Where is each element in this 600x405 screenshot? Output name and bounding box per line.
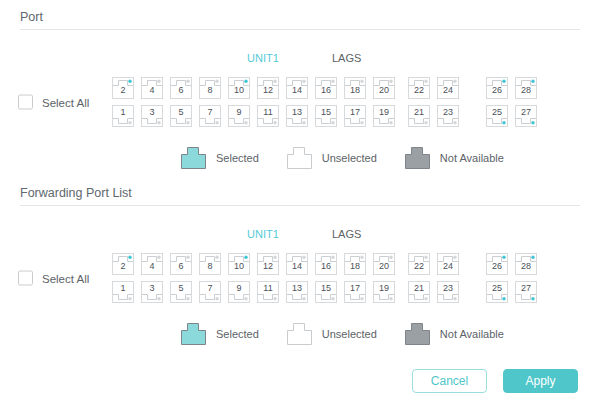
svg-text:6: 6 (178, 85, 183, 95)
port-5[interactable]: 5 (170, 281, 192, 303)
section-divider (20, 205, 580, 206)
port-9[interactable]: 9 (228, 281, 250, 303)
port-14[interactable]: 14 (286, 253, 308, 275)
legend-label: Selected (216, 328, 259, 340)
port-27[interactable]: 27 (515, 105, 537, 127)
svg-text:6: 6 (178, 261, 183, 271)
port-21[interactable]: 21 (408, 281, 430, 303)
select-all-checkbox[interactable] (18, 271, 33, 286)
legend-item-selected: Selected (180, 321, 259, 346)
port-1[interactable]: 1 (112, 105, 134, 127)
select-all[interactable]: Select All (18, 95, 89, 110)
port-23[interactable]: 23 (437, 281, 459, 303)
legend-unavailable-icon (404, 321, 431, 346)
port-22[interactable]: 22 (408, 253, 430, 275)
port-10[interactable]: 10 (228, 77, 250, 99)
svg-text:10: 10 (234, 261, 244, 271)
port-jack-icon: 11 (257, 281, 279, 303)
svg-text:8: 8 (207, 85, 212, 95)
port-1[interactable]: 1 (112, 281, 134, 303)
port-3[interactable]: 3 (141, 281, 163, 303)
port-jack-icon: 8 (199, 77, 221, 99)
port-19[interactable]: 19 (373, 105, 395, 127)
port-18[interactable]: 18 (344, 77, 366, 99)
legend-unselected-icon (286, 145, 313, 170)
port-jack-icon: 3 (141, 105, 163, 127)
port-2[interactable]: 2 (112, 77, 134, 99)
port-17[interactable]: 17 (344, 281, 366, 303)
port-13[interactable]: 13 (286, 105, 308, 127)
port-22[interactable]: 22 (408, 77, 430, 99)
port-jack-icon: 17 (344, 105, 366, 127)
port-24[interactable]: 24 (437, 253, 459, 275)
port-4[interactable]: 4 (141, 253, 163, 275)
port-2[interactable]: 2 (112, 253, 134, 275)
legend-unselected-icon (286, 321, 313, 346)
tab-unit1[interactable]: UNIT1 (247, 228, 279, 240)
port-7[interactable]: 7 (199, 281, 221, 303)
svg-text:1: 1 (120, 283, 125, 293)
port-20[interactable]: 20 (373, 253, 395, 275)
port-11[interactable]: 11 (257, 281, 279, 303)
port-18[interactable]: 18 (344, 253, 366, 275)
port-8[interactable]: 8 (199, 253, 221, 275)
section-divider (20, 29, 580, 30)
svg-text:5: 5 (178, 107, 183, 117)
port-8[interactable]: 8 (199, 77, 221, 99)
cancel-button[interactable]: Cancel (412, 369, 487, 393)
port-9[interactable]: 9 (228, 105, 250, 127)
apply-button[interactable]: Apply (503, 369, 578, 393)
port-jack-icon: 1 (112, 105, 134, 127)
select-all-label: Select All (42, 272, 89, 284)
port-5[interactable]: 5 (170, 105, 192, 127)
port-25[interactable]: 25 (486, 105, 508, 127)
svg-text:14: 14 (292, 261, 302, 271)
port-15[interactable]: 15 (315, 105, 337, 127)
port-15[interactable]: 15 (315, 281, 337, 303)
port-6[interactable]: 6 (170, 253, 192, 275)
port-28[interactable]: 28 (515, 253, 537, 275)
select-all[interactable]: Select All (18, 271, 89, 286)
port-jack-icon: 28 (515, 253, 537, 275)
port-20[interactable]: 20 (373, 77, 395, 99)
port-19[interactable]: 19 (373, 281, 395, 303)
port-25[interactable]: 25 (486, 281, 508, 303)
section-title: Forwarding Port List (20, 186, 580, 200)
port-12[interactable]: 12 (257, 77, 279, 99)
port-16[interactable]: 16 (315, 253, 337, 275)
page: Port UNIT1 LAGS Select All 2468101214161… (0, 10, 600, 346)
tab-unit1[interactable]: UNIT1 (247, 52, 279, 64)
svg-text:4: 4 (149, 261, 154, 271)
port-27[interactable]: 27 (515, 281, 537, 303)
port-jack-icon: 4 (141, 77, 163, 99)
port-21[interactable]: 21 (408, 105, 430, 127)
port-jack-icon: 12 (257, 253, 279, 275)
legend-item-unavailable: Not Available (404, 145, 504, 170)
svg-text:11: 11 (263, 283, 272, 293)
port-jack-icon: 24 (437, 77, 459, 99)
section-title: Port (20, 10, 580, 24)
port-17[interactable]: 17 (344, 105, 366, 127)
port-11[interactable]: 11 (257, 105, 279, 127)
port-12[interactable]: 12 (257, 253, 279, 275)
port-6[interactable]: 6 (170, 77, 192, 99)
port-4[interactable]: 4 (141, 77, 163, 99)
svg-text:3: 3 (149, 283, 154, 293)
port-14[interactable]: 14 (286, 77, 308, 99)
tab-lags[interactable]: LAGS (332, 52, 361, 64)
svg-text:11: 11 (263, 107, 272, 117)
port-7[interactable]: 7 (199, 105, 221, 127)
tab-lags[interactable]: LAGS (332, 228, 361, 240)
select-all-checkbox[interactable] (18, 95, 33, 110)
port-13[interactable]: 13 (286, 281, 308, 303)
port-23[interactable]: 23 (437, 105, 459, 127)
legend-label: Not Available (440, 328, 504, 340)
port-10[interactable]: 10 (228, 253, 250, 275)
legend: SelectedUnselectedNot Available (180, 145, 580, 170)
port-3[interactable]: 3 (141, 105, 163, 127)
port-26[interactable]: 26 (486, 253, 508, 275)
port-28[interactable]: 28 (515, 77, 537, 99)
port-16[interactable]: 16 (315, 77, 337, 99)
port-26[interactable]: 26 (486, 77, 508, 99)
port-24[interactable]: 24 (437, 77, 459, 99)
